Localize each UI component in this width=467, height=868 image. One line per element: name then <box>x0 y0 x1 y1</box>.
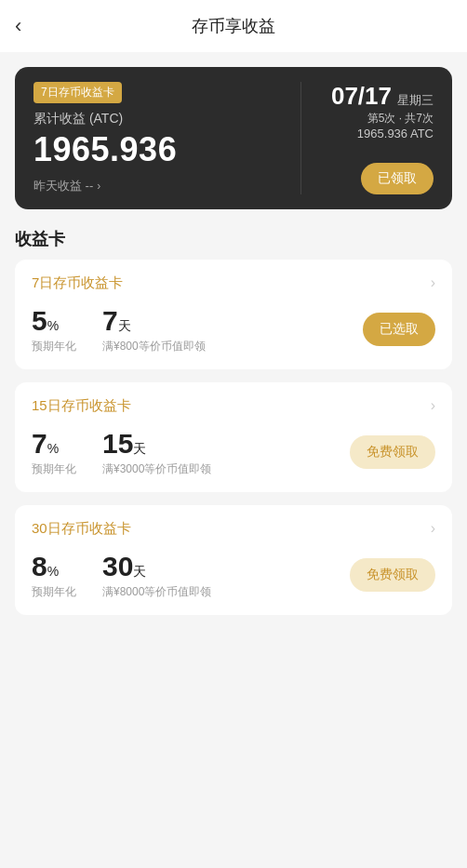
benefit-days-unit-1: 天 <box>133 441 146 458</box>
benefit-card-body-2: 8% 预期年化 30天 满¥8000等价币值即领 免费领取 <box>32 551 435 600</box>
benefit-card-body-0: 5% 预期年化 7天 满¥800等价币值即领 已选取 <box>32 305 435 354</box>
benefit-days-sub-0: 满¥800等价币值即领 <box>102 339 206 354</box>
benefit-action-btn-0[interactable]: 已选取 <box>363 313 435 346</box>
benefit-action-0: 已选取 <box>363 313 435 346</box>
benefit-card-0: 7日存币收益卡 › 5% 预期年化 7天 满¥800等价币值即领 <box>15 260 452 369</box>
benefit-rate-1: 7% <box>32 428 76 460</box>
benefit-rate-num-1: 7 <box>32 428 47 460</box>
banner-left: 7日存币收益卡 累计收益 (ATC) 1965.936 昨天收益 -- › <box>33 82 289 194</box>
benefit-card-name-2: 30日存币收益卡 <box>32 520 131 538</box>
benefit-rate-0: 5% <box>32 305 76 337</box>
benefit-card-name-1: 15日存币收益卡 <box>32 397 131 415</box>
benefit-days-sub-2: 满¥8000等价币值即领 <box>102 584 211 600</box>
banner-progress: 第5次 · 共7次 <box>331 111 434 127</box>
benefit-rate-desc-2: 预期年化 <box>32 584 76 600</box>
card-tag: 7日存币收益卡 <box>33 82 122 103</box>
banner-card: 7日存币收益卡 累计收益 (ATC) 1965.936 昨天收益 -- › 07… <box>15 67 452 209</box>
page-title: 存币享收益 <box>192 15 275 37</box>
benefit-action-2: 免费领取 <box>350 558 435 592</box>
benefit-days-2: 30天 <box>102 551 211 582</box>
claim-button[interactable]: 已领取 <box>361 163 434 194</box>
benefit-rate-unit-2: % <box>47 564 59 579</box>
banner-date-row: 07/17 星期三 <box>331 82 434 111</box>
cards-container: 7日存币收益卡 › 5% 预期年化 7天 满¥800等价币值即领 <box>0 260 467 615</box>
benefit-rate-unit-1: % <box>47 441 59 456</box>
benefit-card-header-0[interactable]: 7日存币收益卡 › <box>32 274 435 292</box>
benefit-days-stat-2: 30天 满¥8000等价币值即领 <box>102 551 211 600</box>
banner-atc: 1965.936 ATC <box>331 127 434 140</box>
benefit-days-num-1: 15 <box>102 428 133 460</box>
benefit-rate-2: 8% <box>32 551 76 582</box>
benefit-days-0: 7天 <box>102 305 206 337</box>
banner-amount: 1965.936 <box>33 131 289 168</box>
section-title: 收益卡 <box>0 209 467 260</box>
benefit-days-num-0: 7 <box>102 305 118 337</box>
benefit-rate-num-2: 8 <box>32 551 47 582</box>
benefit-rate-num-0: 5 <box>32 305 47 337</box>
banner-date: 07/17 <box>331 82 392 111</box>
benefit-rate-stat-2: 8% 预期年化 <box>32 551 76 600</box>
benefit-action-1: 免费领取 <box>350 435 435 469</box>
yesterday-label: 昨天收益 -- <box>33 178 93 194</box>
benefit-card-name-0: 7日存币收益卡 <box>32 274 123 292</box>
yesterday-arrow-icon: › <box>97 180 100 193</box>
benefit-card-arrow-icon-1: › <box>431 397 435 414</box>
benefit-days-unit-0: 天 <box>118 318 131 335</box>
benefit-card-1: 15日存币收益卡 › 7% 预期年化 15天 满¥3000等价币值即领 <box>15 382 452 492</box>
benefit-rate-stat-1: 7% 预期年化 <box>32 428 76 477</box>
banner-label: 累计收益 (ATC) <box>33 111 289 127</box>
benefit-rate-unit-0: % <box>47 318 59 333</box>
banner-divider <box>300 82 301 194</box>
benefit-days-sub-1: 满¥3000等价币值即领 <box>102 461 211 477</box>
benefit-days-stat-1: 15天 满¥3000等价币值即领 <box>102 428 211 477</box>
benefit-days-1: 15天 <box>102 428 211 460</box>
benefit-days-num-2: 30 <box>102 551 133 582</box>
benefit-days-unit-2: 天 <box>133 564 146 581</box>
benefit-rate-desc-0: 预期年化 <box>32 339 76 354</box>
back-button[interactable]: ‹ <box>15 14 21 38</box>
benefit-card-body-1: 7% 预期年化 15天 满¥3000等价币值即领 免费领取 <box>32 428 435 477</box>
benefit-rate-desc-1: 预期年化 <box>32 461 76 477</box>
benefit-card-header-1[interactable]: 15日存币收益卡 › <box>32 397 435 415</box>
benefit-rate-stat-0: 5% 预期年化 <box>32 305 76 354</box>
benefit-card-arrow-icon-2: › <box>431 520 435 537</box>
benefit-days-stat-0: 7天 满¥800等价币值即领 <box>102 305 206 354</box>
banner-right: 07/17 星期三 第5次 · 共7次 1965.936 ATC 已领取 <box>313 82 434 194</box>
benefit-card-arrow-icon-0: › <box>431 274 435 291</box>
banner-weekday: 星期三 <box>397 92 434 109</box>
benefit-action-btn-2[interactable]: 免费领取 <box>350 558 435 592</box>
header: ‹ 存币享收益 <box>0 0 467 52</box>
benefit-card-header-2[interactable]: 30日存币收益卡 › <box>32 520 435 538</box>
banner-yesterday[interactable]: 昨天收益 -- › <box>33 178 289 194</box>
benefit-action-btn-1[interactable]: 免费领取 <box>350 435 435 469</box>
benefit-card-2: 30日存币收益卡 › 8% 预期年化 30天 满¥8000等价币值即领 <box>15 505 452 615</box>
